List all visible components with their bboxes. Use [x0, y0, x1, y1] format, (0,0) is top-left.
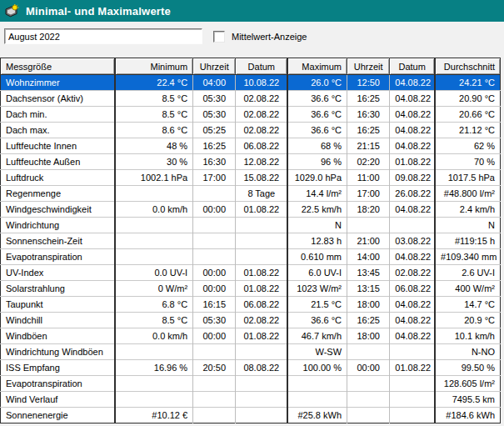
- table-cell[interactable]: [115, 344, 192, 360]
- table-cell[interactable]: 0.0 UV-I: [115, 265, 192, 281]
- table-cell[interactable]: [115, 186, 192, 202]
- table-cell[interactable]: 06.08.22: [390, 281, 435, 297]
- table-cell[interactable]: 16:30: [193, 154, 236, 170]
- table-cell[interactable]: 06.08.22: [236, 297, 287, 313]
- table-cell[interactable]: #119:15 h: [435, 233, 500, 249]
- table-cell[interactable]: 0 W/m²: [115, 281, 192, 297]
- table-cell[interactable]: Sonnenenergie: [1, 408, 116, 423]
- table-row[interactable]: Dachsensor (Aktiv)8.5 °C05:3002.08.2236.…: [1, 91, 501, 107]
- table-row[interactable]: Luftdruck1002.1 hPa17:0015.08.221029.0 h…: [1, 170, 501, 186]
- table-cell[interactable]: 04.08.22: [390, 297, 435, 313]
- table-cell[interactable]: W-SW: [287, 344, 347, 360]
- table-cell[interactable]: 08.08.22: [236, 360, 287, 376]
- table-cell[interactable]: Solarstrahlung: [1, 281, 116, 297]
- table-cell[interactable]: 01.08.22: [236, 328, 287, 344]
- table-cell[interactable]: 04.08.22: [390, 123, 435, 138]
- table-cell[interactable]: 21.12 °C: [435, 123, 500, 138]
- table-row[interactable]: Dach min.8.5 °C05:3002.08.2236.6 °C16:30…: [1, 107, 501, 123]
- table-cell[interactable]: 13:15: [347, 281, 390, 297]
- table-cell[interactable]: 06.08.22: [236, 138, 287, 154]
- table-cell[interactable]: 7495.5 km: [435, 392, 500, 408]
- column-header[interactable]: Durchschnitt: [435, 58, 500, 75]
- table-cell[interactable]: 16.96 %: [115, 360, 192, 376]
- table-cell[interactable]: 12:50: [347, 75, 390, 91]
- table-cell[interactable]: N-NO: [435, 344, 500, 360]
- table-cell[interactable]: 16:15: [193, 297, 236, 313]
- table-cell[interactable]: UV-Index: [1, 265, 116, 281]
- table-cell[interactable]: 11:00: [347, 170, 390, 186]
- table-cell[interactable]: N: [435, 218, 500, 233]
- table-cell[interactable]: 1023 W/m²: [287, 281, 347, 297]
- table-cell[interactable]: N: [287, 218, 347, 233]
- table-cell[interactable]: 99.50 %: [435, 360, 500, 376]
- table-cell[interactable]: [115, 249, 192, 265]
- table-cell[interactable]: [390, 392, 435, 408]
- table-row[interactable]: Wind Verlauf7495.5 km: [1, 392, 501, 408]
- table-cell[interactable]: 16:30: [347, 107, 390, 123]
- table-cell[interactable]: Windgeschwindigkeit: [1, 202, 116, 218]
- table-cell[interactable]: Evapotranspiration: [1, 376, 116, 392]
- table-cell[interactable]: 400 W/m²: [435, 281, 500, 297]
- table-cell[interactable]: [347, 392, 390, 408]
- table-row[interactable]: Luftfeuchte Außen30 %16:3012.08.2296 %02…: [1, 154, 501, 170]
- table-cell[interactable]: [390, 344, 435, 360]
- table-row[interactable]: Windchill8.5 °C05:3002.08.2236.6 °C16:25…: [1, 313, 501, 328]
- table-cell[interactable]: 8.6 °C: [115, 123, 192, 138]
- table-cell[interactable]: [115, 376, 192, 392]
- table-cell[interactable]: 0.610 mm: [287, 249, 347, 265]
- table-row[interactable]: Dach max.8.6 °C05:2502.08.2236.6 °C16:25…: [1, 123, 501, 138]
- table-cell[interactable]: 16:25: [193, 138, 236, 154]
- table-row[interactable]: Sonnenschein-Zeit12.83 h21:0003.08.22#11…: [1, 233, 501, 249]
- table-cell[interactable]: 04:00: [193, 75, 236, 91]
- table-cell[interactable]: [390, 376, 435, 392]
- table-cell[interactable]: 8 Tage: [236, 186, 287, 202]
- table-row[interactable]: Sonnenenergie#10.12 €#25.8 kWh#184.6 kWh: [1, 408, 501, 423]
- table-cell[interactable]: 8.5 °C: [115, 313, 192, 328]
- table-cell[interactable]: 00:00: [193, 328, 236, 344]
- table-row[interactable]: ISS Empfang16.96 %20:5008.08.22100.00 %0…: [1, 360, 501, 376]
- table-cell[interactable]: 21:15: [347, 138, 390, 154]
- table-cell[interactable]: 62 %: [435, 138, 500, 154]
- table-cell[interactable]: 00:00: [193, 265, 236, 281]
- table-cell[interactable]: 18:00: [347, 297, 390, 313]
- table-cell[interactable]: 17:00: [347, 186, 390, 202]
- table-cell[interactable]: 02.08.22: [390, 265, 435, 281]
- table-row[interactable]: Windgeschwindigkeit0.0 km/h00:0001.08.22…: [1, 202, 501, 218]
- table-cell[interactable]: 14:00: [347, 249, 390, 265]
- table-row[interactable]: Luftfeuchte Innen48 %16:2506.08.2268 %21…: [1, 138, 501, 154]
- table-cell[interactable]: [236, 392, 287, 408]
- table-cell[interactable]: [115, 218, 192, 233]
- table-cell[interactable]: Sonnenschein-Zeit: [1, 233, 116, 249]
- table-cell[interactable]: 02.08.22: [236, 123, 287, 138]
- table-cell[interactable]: [236, 249, 287, 265]
- table-cell[interactable]: 14.4 l/m²: [287, 186, 347, 202]
- table-cell[interactable]: [347, 376, 390, 392]
- table-cell[interactable]: 128.605 l/m²: [435, 376, 500, 392]
- table-cell[interactable]: 20:50: [193, 360, 236, 376]
- mittelwert-checkbox[interactable]: [213, 31, 225, 43]
- table-cell[interactable]: 36.6 °C: [287, 91, 347, 107]
- table-cell[interactable]: [193, 344, 236, 360]
- table-cell[interactable]: 18:00: [347, 328, 390, 344]
- table-cell[interactable]: Luftfeuchte Innen: [1, 138, 116, 154]
- table-cell[interactable]: 05:30: [193, 313, 236, 328]
- table-cell[interactable]: 02.08.22: [236, 91, 287, 107]
- table-cell[interactable]: 16:25: [347, 91, 390, 107]
- table-row[interactable]: Evapotranspiration128.605 l/m²: [1, 376, 501, 392]
- table-cell[interactable]: 2.6 UV-I: [435, 265, 500, 281]
- table-cell[interactable]: [193, 249, 236, 265]
- table-cell[interactable]: [390, 218, 435, 233]
- column-header[interactable]: Datum: [236, 58, 287, 75]
- table-cell[interactable]: [236, 408, 287, 423]
- table-cell[interactable]: 02:20: [347, 154, 390, 170]
- table-row[interactable]: Regenmenge8 Tage14.4 l/m²17:0026.08.22#4…: [1, 186, 501, 202]
- table-cell[interactable]: 04.08.22: [390, 328, 435, 344]
- column-header[interactable]: Datum: [390, 58, 435, 75]
- table-cell[interactable]: [236, 218, 287, 233]
- period-input[interactable]: [4, 28, 202, 44]
- table-cell[interactable]: 05:30: [193, 91, 236, 107]
- table-cell[interactable]: 04.08.22: [390, 107, 435, 123]
- table-cell[interactable]: 8.5 °C: [115, 107, 192, 123]
- table-cell[interactable]: 00:00: [193, 202, 236, 218]
- table-cell[interactable]: 00:00: [193, 281, 236, 297]
